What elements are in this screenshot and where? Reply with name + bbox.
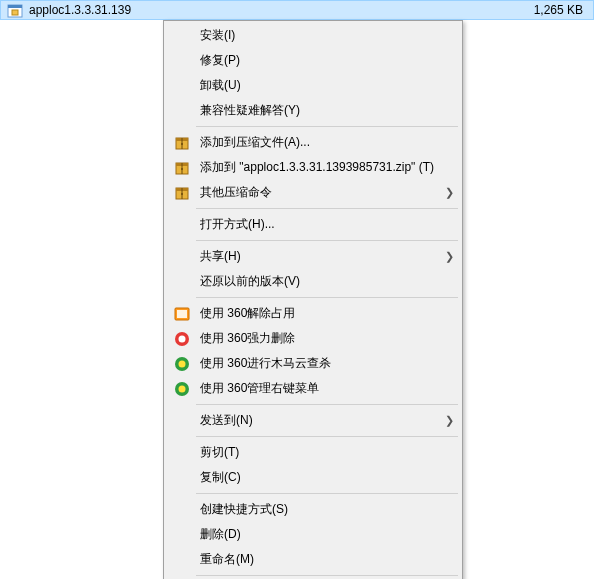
blank-icon	[172, 215, 192, 235]
blank-icon	[172, 500, 192, 520]
file-size: 1,265 KB	[534, 3, 583, 17]
menu-item-send-to[interactable]: 发送到(N)❯	[166, 408, 460, 433]
menu-label: 修复(P)	[200, 52, 454, 69]
blank-icon	[172, 76, 192, 96]
blank-icon	[172, 550, 192, 570]
menu-item-copy[interactable]: 复制(C)	[166, 465, 460, 490]
menu-separator	[196, 404, 458, 405]
blank-icon	[172, 525, 192, 545]
svg-point-18	[179, 335, 186, 342]
menu-label: 还原以前的版本(V)	[200, 273, 454, 290]
context-menu: 安装(I)修复(P)卸载(U)兼容性疑难解答(Y)添加到压缩文件(A)...添加…	[163, 20, 463, 579]
menu-separator	[196, 208, 458, 209]
archive-icon	[172, 133, 192, 153]
blank-icon	[172, 51, 192, 71]
submenu-arrow-icon: ❯	[439, 250, 454, 263]
menu-separator	[196, 126, 458, 127]
menu-item-add-archive[interactable]: 添加到压缩文件(A)...	[166, 130, 460, 155]
blank-icon	[172, 26, 192, 46]
file-row[interactable]: apploc1.3.3.31.139 1,265 KB	[0, 0, 594, 20]
menu-separator	[196, 575, 458, 576]
menu-label: 删除(D)	[200, 526, 454, 543]
menu-label: 重命名(M)	[200, 551, 454, 568]
menu-item-360-unlock[interactable]: 使用 360解除占用	[166, 301, 460, 326]
menu-item-other-archive[interactable]: 其他压缩命令❯	[166, 180, 460, 205]
menu-label: 卸载(U)	[200, 77, 454, 94]
360-orange-icon	[172, 304, 192, 324]
menu-item-360-force-delete[interactable]: 使用 360强力删除	[166, 326, 460, 351]
menu-separator	[196, 436, 458, 437]
menu-label: 使用 360进行木马云查杀	[200, 355, 454, 372]
menu-separator	[196, 297, 458, 298]
menu-label: 使用 360强力删除	[200, 330, 454, 347]
file-name: apploc1.3.3.31.139	[29, 3, 149, 17]
menu-label: 添加到 "apploc1.3.3.31.1393985731.zip" (T)	[200, 159, 454, 176]
360-green-icon	[172, 354, 192, 374]
blank-icon	[172, 443, 192, 463]
menu-item-360-cloud-scan[interactable]: 使用 360进行木马云查杀	[166, 351, 460, 376]
menu-label: 剪切(T)	[200, 444, 454, 461]
menu-item-cut[interactable]: 剪切(T)	[166, 440, 460, 465]
menu-label: 兼容性疑难解答(Y)	[200, 102, 454, 119]
blank-icon	[172, 101, 192, 121]
360-green-icon	[172, 379, 192, 399]
blank-icon	[172, 272, 192, 292]
menu-label: 使用 360管理右键菜单	[200, 380, 454, 397]
svg-rect-16	[177, 310, 187, 318]
svg-point-22	[179, 385, 186, 392]
svg-point-20	[179, 360, 186, 367]
submenu-arrow-icon: ❯	[439, 414, 454, 427]
svg-rect-2	[12, 10, 18, 15]
menu-label: 复制(C)	[200, 469, 454, 486]
menu-label: 打开方式(H)...	[200, 216, 454, 233]
360-red-icon	[172, 329, 192, 349]
blank-icon	[172, 411, 192, 431]
menu-item-open-with[interactable]: 打开方式(H)...	[166, 212, 460, 237]
menu-label: 添加到压缩文件(A)...	[200, 134, 454, 151]
menu-label: 创建快捷方式(S)	[200, 501, 454, 518]
svg-point-6	[181, 143, 183, 145]
submenu-arrow-icon: ❯	[439, 186, 454, 199]
menu-item-360-menu-manage[interactable]: 使用 360管理右键菜单	[166, 376, 460, 401]
menu-label: 其他压缩命令	[200, 184, 439, 201]
menu-item-add-zip[interactable]: 添加到 "apploc1.3.3.31.1393985731.zip" (T)	[166, 155, 460, 180]
svg-point-14	[181, 193, 183, 195]
menu-item-share[interactable]: 共享(H)❯	[166, 244, 460, 269]
menu-item-install[interactable]: 安装(I)	[166, 23, 460, 48]
archive-icon	[172, 183, 192, 203]
svg-rect-1	[8, 5, 22, 8]
menu-label: 共享(H)	[200, 248, 439, 265]
menu-label: 使用 360解除占用	[200, 305, 454, 322]
menu-label: 安装(I)	[200, 27, 454, 44]
menu-separator	[196, 493, 458, 494]
archive-icon	[172, 158, 192, 178]
menu-separator	[196, 240, 458, 241]
menu-item-restore-prev[interactable]: 还原以前的版本(V)	[166, 269, 460, 294]
blank-icon	[172, 247, 192, 267]
menu-label: 发送到(N)	[200, 412, 439, 429]
svg-point-10	[181, 168, 183, 170]
menu-item-rename[interactable]: 重命名(M)	[166, 547, 460, 572]
menu-item-uninstall[interactable]: 卸载(U)	[166, 73, 460, 98]
installer-icon	[7, 2, 23, 18]
blank-icon	[172, 468, 192, 488]
menu-item-compat[interactable]: 兼容性疑难解答(Y)	[166, 98, 460, 123]
menu-item-shortcut[interactable]: 创建快捷方式(S)	[166, 497, 460, 522]
menu-item-repair[interactable]: 修复(P)	[166, 48, 460, 73]
menu-item-delete[interactable]: 删除(D)	[166, 522, 460, 547]
